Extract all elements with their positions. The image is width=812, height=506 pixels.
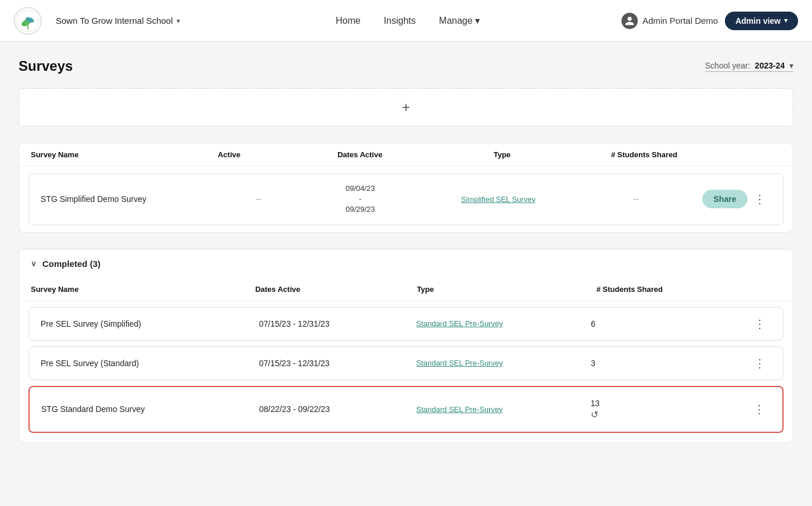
admin-view-button[interactable]: Admin view ▾ xyxy=(725,12,798,30)
comp-students-2: 3 xyxy=(591,359,748,368)
comp-dates-1: 07/15/23 - 12/31/23 xyxy=(259,319,416,328)
completed-surveys-section: ∨ Completed (3) Survey Name Dates Active… xyxy=(19,249,793,443)
comp-header-type: Type xyxy=(417,285,597,294)
header-survey-name: Survey Name xyxy=(31,150,218,159)
comp-more-2: ⋮ xyxy=(748,356,771,370)
more-options-button[interactable]: ⋮ xyxy=(754,192,766,206)
logo-circle xyxy=(14,7,42,35)
school-year-selector[interactable]: School year: 2023-24 ▾ xyxy=(705,61,793,72)
comp-dates-3: 08/22/23 - 09/22/23 xyxy=(259,404,416,414)
user-name: Admin Portal Demo xyxy=(642,16,718,26)
comp-dates-2: 07/15/23 - 12/31/23 xyxy=(259,359,416,368)
completed-row-1: Pre SEL Survey (Simplified) 07/15/23 - 1… xyxy=(28,307,784,341)
admin-view-chevron: ▾ xyxy=(784,17,788,24)
comp-type-link-1[interactable]: Standard SEL Pre-Survey xyxy=(416,319,503,328)
logo xyxy=(14,7,42,35)
comp-more-button-2[interactable]: ⋮ xyxy=(754,356,766,370)
comp-survey-name-1: Pre SEL Survey (Simplified) xyxy=(41,319,259,328)
students-shared-cell: -- xyxy=(571,194,702,204)
user-avatar-icon xyxy=(621,13,638,29)
share-button[interactable]: Share xyxy=(702,190,748,208)
comp-survey-name-3: STG Standard Demo Survey xyxy=(41,404,259,414)
comp-type-1[interactable]: Standard SEL Pre-Survey xyxy=(416,319,591,328)
active-cell: -- xyxy=(222,194,295,204)
header-students-shared: # Students Shared xyxy=(577,150,712,159)
comp-header-students-shared: # Students Shared xyxy=(597,285,758,294)
school-year-value: 2023-24 xyxy=(755,61,785,70)
type-link[interactable]: Simplified SEL Survey xyxy=(461,195,536,204)
comp-more-3: ⋮ xyxy=(748,402,771,416)
navbar-right: Admin Portal Demo Admin view ▾ xyxy=(621,12,798,30)
comp-students-1: 6 xyxy=(591,319,748,328)
navbar: Sown To Grow Internal School ▾ Home Insi… xyxy=(0,0,812,42)
admin-view-label: Admin view xyxy=(735,16,781,26)
more-cell: ⋮ xyxy=(748,192,771,206)
comp-type-link-3[interactable]: Standard SEL Pre-Survey xyxy=(416,405,503,414)
comp-students-3: 13 ↺ xyxy=(591,399,748,420)
page-title: Surveys xyxy=(19,58,73,74)
share-button-cell: Share xyxy=(702,190,748,208)
comp-type-3[interactable]: Standard SEL Pre-Survey xyxy=(416,405,591,414)
school-year-chevron: ▾ xyxy=(789,61,793,70)
add-survey-card[interactable]: + xyxy=(19,88,793,126)
nav-manage[interactable]: Manage ▾ xyxy=(439,15,480,26)
nav-manage-label: Manage xyxy=(439,16,473,26)
completed-table-header: Survey Name Dates Active Type # Students… xyxy=(19,278,793,301)
school-selector-chevron: ▾ xyxy=(177,17,180,25)
comp-more-1: ⋮ xyxy=(748,317,771,331)
comp-header-survey-name: Survey Name xyxy=(31,285,255,294)
survey-name-cell: STG Simplified Demo Survey xyxy=(41,194,222,204)
nav-home[interactable]: Home xyxy=(336,16,361,26)
completed-row-3-highlighted: STG Standard Demo Survey 08/22/23 - 09/2… xyxy=(28,386,784,433)
school-name: Sown To Grow Internal School xyxy=(56,16,173,26)
comp-more-button-3[interactable]: ⋮ xyxy=(753,402,765,416)
active-surveys-section: Survey Name Active Dates Active Type # S… xyxy=(19,143,793,233)
completed-row-2: Pre SEL Survey (Standard) 07/15/23 - 12/… xyxy=(28,346,784,380)
type-cell[interactable]: Simplified SEL Survey xyxy=(426,195,571,204)
nav-center: Home Insights Manage ▾ xyxy=(203,15,613,26)
comp-type-link-2[interactable]: Standard SEL Pre-Survey xyxy=(416,359,503,367)
header-active: Active xyxy=(218,150,293,159)
header-type: Type xyxy=(427,150,577,159)
nav-insights[interactable]: Insights xyxy=(384,16,416,26)
comp-header-dates-active: Dates Active xyxy=(255,285,416,294)
school-year-label: School year: xyxy=(705,61,750,70)
completed-label: Completed (3) xyxy=(42,259,100,269)
school-selector[interactable]: Sown To Grow Internal School ▾ xyxy=(56,16,180,26)
nav-manage-chevron: ▾ xyxy=(475,15,480,26)
refresh-icon[interactable]: ↺ xyxy=(591,409,598,420)
comp-survey-name-2: Pre SEL Survey (Standard) xyxy=(41,359,259,368)
add-icon: + xyxy=(402,99,410,115)
page-header: Surveys School year: 2023-24 ▾ xyxy=(19,58,793,74)
comp-more-button-1[interactable]: ⋮ xyxy=(754,317,766,331)
active-table-header: Survey Name Active Dates Active Type # S… xyxy=(19,143,793,167)
completed-header[interactable]: ∨ Completed (3) xyxy=(19,250,793,278)
completed-row-3-inner: STG Standard Demo Survey 08/22/23 - 09/2… xyxy=(30,387,782,432)
header-dates-active: Dates Active xyxy=(293,150,427,159)
active-survey-row: STG Simplified Demo Survey -- 09/04/23 -… xyxy=(28,174,784,225)
dates-cell: 09/04/23 - 09/29/23 xyxy=(295,183,426,215)
user-info[interactable]: Admin Portal Demo xyxy=(621,13,718,29)
comp-type-2[interactable]: Standard SEL Pre-Survey xyxy=(416,359,591,367)
comp-students-count-3: 13 xyxy=(591,399,600,408)
completed-chevron-icon: ∨ xyxy=(31,259,37,268)
main-content: Surveys School year: 2023-24 ▾ + Survey … xyxy=(0,42,812,506)
